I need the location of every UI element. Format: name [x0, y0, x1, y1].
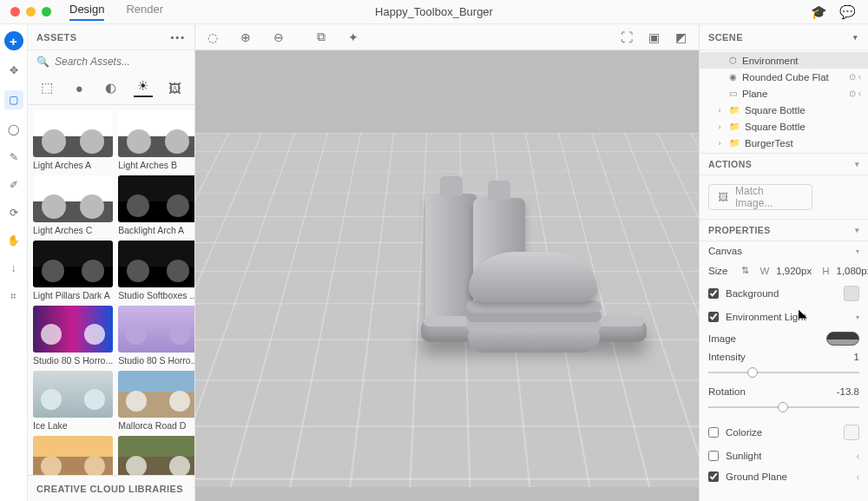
h-label: H: [822, 266, 829, 276]
asset-item[interactable]: Light Arches C: [33, 175, 113, 235]
select-sub-icon[interactable]: ⊖: [273, 30, 284, 44]
width-value[interactable]: 1,920px: [776, 266, 812, 276]
env-image-preview[interactable]: [826, 332, 859, 346]
scene-row[interactable]: ›📁Square Bottle: [700, 102, 868, 118]
scene-caret-icon[interactable]: ▾: [853, 33, 859, 42]
image-label: Image: [708, 333, 736, 344]
asset-item[interactable]: Light Arches A: [33, 110, 113, 170]
rotation-slider[interactable]: [708, 400, 859, 414]
sunlight-label: Sunlight: [726, 451, 762, 461]
chevron-down-icon[interactable]: ▾: [855, 160, 859, 168]
scene-row[interactable]: ⬡Environment: [700, 52, 868, 69]
group-icon[interactable]: ⧉: [317, 30, 326, 44]
height-value[interactable]: 1,080px: [836, 266, 868, 276]
asset-item[interactable]: Topanga Forest B: [118, 436, 194, 475]
sparkle-icon[interactable]: ✦: [348, 30, 358, 44]
slider-thumb[interactable]: [747, 367, 758, 378]
chevron-down-icon: ▾: [856, 247, 859, 255]
tab-render[interactable]: Render: [126, 3, 163, 21]
image-category-icon[interactable]: 🖼: [166, 78, 185, 97]
colorize-swatch[interactable]: [844, 425, 859, 440]
asset-item[interactable]: Ice Lake: [33, 371, 113, 431]
assets-panel: ASSETS ••• 🔍 ⬚ ● ◐ ☀ 🖼 Light Arches ALig…: [28, 24, 195, 501]
asset-item[interactable]: Studio Softboxes ...: [118, 241, 194, 300]
sunlight-checkbox[interactable]: [708, 451, 719, 461]
burger-layer[interactable]: [466, 300, 602, 313]
background-label: Background: [726, 288, 779, 299]
frame-tool-icon[interactable]: ▢: [4, 90, 23, 109]
background-checkbox[interactable]: [708, 288, 719, 299]
add-button[interactable]: +: [4, 31, 23, 50]
ground-checkbox[interactable]: [708, 471, 719, 482]
asset-label: Studio 80 S Horro...: [118, 355, 194, 366]
expand-icon[interactable]: ⛶: [621, 30, 633, 44]
scene-header: SCENE ▾: [700, 24, 868, 50]
match-image-button[interactable]: 🖼 Match Image...: [708, 184, 812, 210]
rotation-label: Rotation: [708, 386, 746, 397]
asset-item[interactable]: Light Arches B: [118, 110, 194, 170]
wand-tool-icon[interactable]: ✎: [6, 149, 22, 165]
learn-icon[interactable]: 🎓: [811, 4, 827, 20]
chevron-left-icon[interactable]: ‹: [857, 472, 859, 482]
scene-row[interactable]: ›📁Square Bottle: [700, 118, 868, 135]
select-circle-icon[interactable]: ◌: [207, 30, 218, 44]
expand-icon[interactable]: ›: [715, 122, 724, 131]
scene-row[interactable]: ▭Plane⊙ ‹: [700, 85, 868, 102]
scene-row[interactable]: ◉Rounded Cube Flat⊙ ‹: [700, 69, 868, 85]
asset-item[interactable]: Mallorca Road D: [118, 371, 194, 431]
hand-tool-icon[interactable]: ✋: [6, 233, 22, 248]
intensity-slider[interactable]: [708, 366, 859, 379]
tab-design[interactable]: Design: [69, 3, 104, 21]
rotation-value[interactable]: -13.8: [837, 386, 859, 397]
expand-icon[interactable]: ›: [715, 139, 724, 148]
assets-more-icon[interactable]: •••: [170, 32, 186, 43]
close-icon[interactable]: [10, 7, 20, 16]
intensity-value[interactable]: 1: [854, 352, 859, 362]
search-input[interactable]: [55, 56, 186, 68]
assets-search: 🔍: [28, 50, 194, 73]
maximize-icon[interactable]: [42, 7, 51, 16]
scene-item-actions[interactable]: ⊙ ‹: [849, 89, 861, 98]
scene-item-label: Rounded Cube Flat: [742, 72, 829, 82]
minimize-icon[interactable]: [26, 7, 36, 16]
asset-item[interactable]: Sunrise Campsite: [33, 436, 113, 475]
asset-item[interactable]: Studio 80 S Horro...: [33, 306, 113, 366]
chevron-down-icon[interactable]: ▾: [855, 226, 859, 234]
screenshot-icon[interactable]: ▣: [648, 30, 660, 44]
scene-row[interactable]: ›📁BurgerTest: [700, 135, 868, 151]
env-light-checkbox[interactable]: [708, 312, 719, 322]
select-add-icon[interactable]: ⊕: [240, 30, 251, 44]
canvas-row[interactable]: Canvas ▾: [700, 241, 868, 260]
material-category-icon[interactable]: ●: [69, 78, 89, 97]
burger-bottom[interactable]: [468, 328, 600, 353]
ellipse-tool-icon[interactable]: ◯: [6, 122, 22, 137]
background-swatch[interactable]: [844, 286, 859, 301]
chevron-down-icon[interactable]: ▾: [856, 313, 859, 321]
match-image-label: Match Image...: [735, 185, 803, 209]
cc-libraries-header[interactable]: CREATIVE CLOUD LIBRARIES: [28, 475, 194, 501]
burger-top[interactable]: [469, 252, 597, 302]
render-settings-icon[interactable]: ◩: [675, 30, 687, 44]
expand-icon[interactable]: ›: [715, 106, 724, 115]
axes-tool-icon[interactable]: ⌗: [6, 288, 22, 304]
light-category-icon[interactable]: ☀: [134, 78, 153, 97]
down-tool-icon[interactable]: ↓: [6, 260, 22, 276]
chevron-left-icon[interactable]: ‹: [857, 452, 859, 461]
rotate-tool-icon[interactable]: ⟳: [6, 205, 22, 221]
move-tool-icon[interactable]: ✥: [6, 63, 22, 78]
asset-item[interactable]: Light Pillars Dark A: [33, 241, 113, 300]
asset-item[interactable]: Backlight Arch A: [118, 175, 194, 235]
slider-thumb[interactable]: [778, 402, 788, 412]
asset-label: Studio 80 S Horro...: [33, 355, 113, 366]
link-icon[interactable]: ⇅: [741, 265, 749, 276]
colorize-checkbox[interactable]: [708, 427, 719, 438]
half-category-icon[interactable]: ◐: [102, 78, 121, 97]
rotation-row: Rotation -13.8: [700, 385, 868, 419]
scene-item-actions[interactable]: ⊙ ‹: [849, 72, 861, 82]
viewport[interactable]: [195, 50, 699, 501]
eyedrop-tool-icon[interactable]: ✐: [6, 177, 22, 193]
asset-item[interactable]: Studio 80 S Horro...: [118, 306, 194, 366]
properties-title: PROPERTIES: [708, 225, 771, 235]
chat-icon[interactable]: 💬: [839, 4, 856, 20]
shapes-category-icon[interactable]: ⬚: [37, 78, 56, 97]
